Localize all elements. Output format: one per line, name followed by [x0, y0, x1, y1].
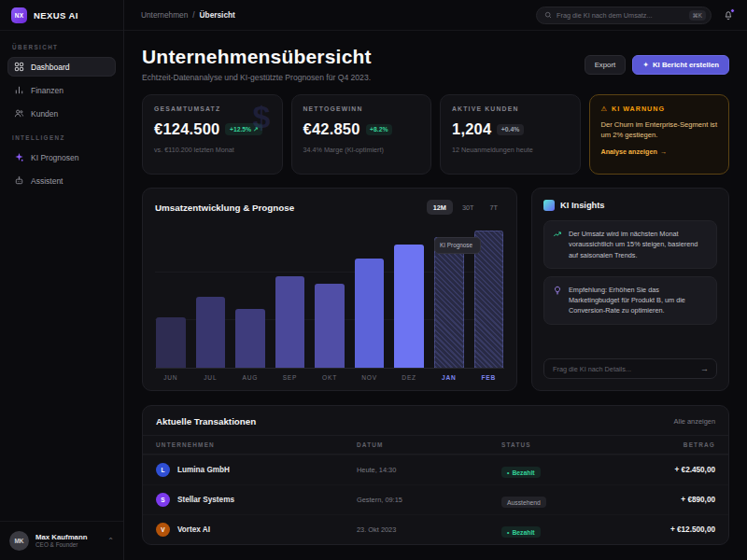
lightbulb-icon [553, 286, 562, 295]
breadcrumb-current: Übersicht [200, 10, 235, 20]
sidebar-item-label: Finanzen [31, 86, 63, 95]
x-axis-label: AUG [235, 374, 265, 381]
sidebar-item-assistent[interactable]: Assistent [7, 171, 116, 190]
app-name: NEXUS AI [34, 10, 78, 21]
company-avatar: V [156, 523, 170, 537]
keyboard-shortcut-badge: ⌘K [689, 10, 707, 21]
insight-item: Empfehlung: Erhöhen Sie das Marketingbud… [543, 276, 717, 325]
view-all-link[interactable]: Alle anzeigen [674, 417, 715, 426]
company-avatar: S [156, 493, 170, 507]
notifications-button[interactable] [723, 9, 734, 21]
user-name: Max Kaufmann [35, 533, 101, 542]
send-arrow-icon[interactable]: → [698, 364, 711, 373]
kpi-value: €124.500 [154, 120, 219, 138]
breadcrumb-separator: / [192, 10, 194, 20]
table-column-headers: UNTERNEHMEN DATUM STATUS BETRAG [143, 435, 728, 455]
trend-up-icon [553, 230, 562, 239]
user-role: CEO & Founder [35, 541, 101, 549]
transaction-amount: + €890,00 [655, 496, 715, 504]
sidebar-item-label: Kunden [31, 109, 58, 119]
sidebar-nav: ÜBERSICHT Dashboard Finanzen Kunden INTE… [0, 31, 123, 521]
insights-title: KI Insights [560, 201, 605, 210]
ki-insights-panel: KI Insights Der Umsatz wird im nächsten … [531, 188, 729, 391]
topbar: Unternehmen / Übersicht ⌘K [124, 0, 747, 31]
sidebar-item-dashboard[interactable]: Dashboard [7, 57, 116, 77]
dollar-icon: $ [253, 99, 271, 135]
revenue-bar[interactable] [315, 284, 345, 368]
x-axis-label: JUL [196, 374, 226, 381]
trend-badge: +8.2% [366, 124, 392, 135]
company-name: Stellar Systems [177, 496, 234, 504]
kpi-subtext: vs. €110.200 letzten Monat [154, 146, 271, 154]
bar-chart-icon [14, 85, 24, 95]
x-axis-label: SEP [275, 374, 305, 381]
kpi-card-gesamtumsatz: $ GESAMTUMSATZ €124.500 +12.5% ↗ vs. €11… [142, 94, 283, 175]
nav-section-uebersicht: ÜBERSICHT [12, 44, 111, 50]
sidebar-item-ki-prognosen[interactable]: KI Prognosen [7, 147, 116, 167]
ai-search-bar[interactable]: ⌘K [536, 7, 712, 24]
revenue-bar[interactable] [156, 317, 186, 368]
sidebar-item-kunden[interactable]: Kunden [7, 104, 116, 123]
nav-section-intelligenz: INTELLIGENZ [12, 134, 111, 141]
kpi-subtext: 34.4% Marge (KI-optimiert) [303, 146, 420, 154]
warning-text: Der Churn im Enterprise-Segment ist um 2… [601, 119, 718, 141]
revenue-bar[interactable] [275, 276, 305, 368]
breadcrumb-parent[interactable]: Unternehmen [141, 10, 188, 20]
page-title: Unternehmensübersicht [142, 46, 372, 68]
range-button-30t[interactable]: 30T [456, 200, 481, 215]
chevron-up-icon: ⌃ [107, 537, 114, 545]
ki-insights-icon [543, 200, 555, 211]
table-row[interactable]: V Vortex AI 23. Okt 2023 •Bezahlt + €12.… [143, 514, 728, 544]
revenue-bar[interactable] [355, 259, 385, 368]
transaction-amount: + €12.500,00 [655, 525, 715, 534]
table-row[interactable]: L Lumina GmbH Heute, 14:30 •Bezahlt + €2… [143, 455, 728, 484]
user-menu[interactable]: MK Max Kaufmann CEO & Founder ⌃ [0, 521, 123, 560]
export-button[interactable]: Export [585, 55, 627, 75]
company-name: Vortex AI [177, 525, 210, 534]
range-button-7t[interactable]: 7T [483, 200, 504, 215]
range-button-12m[interactable]: 12M [427, 200, 453, 215]
search-input[interactable] [557, 11, 684, 20]
forecast-bar[interactable] [434, 237, 464, 368]
sparkle-icon: ✦ [642, 61, 649, 69]
app-logo: NX NEXUS AI [0, 0, 123, 31]
transactions-card: Aktuelle Transaktionen Alle anzeigen UNT… [142, 405, 729, 545]
bar-column [156, 224, 186, 368]
table-row[interactable]: S Stellar Systems Gestern, 09:15 Aussteh… [143, 484, 728, 514]
analyse-anzeigen-link[interactable]: Analyse anzeigen → [601, 147, 668, 156]
sidebar-item-label: KI Prognosen [31, 153, 79, 162]
revenue-bar[interactable] [394, 245, 424, 368]
forecast-tooltip: KI Prognose [434, 237, 481, 254]
bar-column [315, 224, 345, 368]
insight-item: Der Umsatz wird im nächsten Monat voraus… [543, 220, 717, 269]
status-dot: • [507, 469, 509, 476]
sidebar-item-finanzen[interactable]: Finanzen [7, 80, 116, 100]
arrow-right-icon: → [660, 147, 667, 156]
revenue-bar[interactable] [196, 297, 226, 368]
search-icon [544, 11, 552, 19]
sidebar: NX NEXUS AI ÜBERSICHT Dashboard Finanzen… [0, 0, 124, 560]
bar-chart-labels: JUNJULAUGSEPOKTNOVDEZJANFEB [155, 369, 504, 381]
kpi-value: €42.850 [303, 120, 360, 138]
transaction-date: Heute, 14:30 [357, 466, 501, 474]
trend-badge: +0.4% [497, 124, 523, 135]
revenue-bar[interactable] [235, 309, 265, 368]
bot-icon [14, 175, 24, 186]
ask-ki-input-row: → [543, 358, 717, 379]
main-area: Unternehmen / Übersicht ⌘K Unternehmensü… [124, 0, 747, 560]
kpi-subtext: 12 Neuanmeldungen heute [452, 146, 569, 154]
transaction-date: 23. Okt 2023 [357, 525, 501, 534]
ask-ki-input[interactable] [553, 365, 698, 373]
bar-column: KI Prognose [434, 224, 464, 368]
sidebar-item-label: Dashboard [31, 63, 70, 72]
bar-column [355, 224, 385, 368]
ki-report-button[interactable]: ✦ KI Bericht erstellen [632, 55, 729, 75]
transaction-date: Gestern, 09:15 [357, 496, 501, 504]
bar-column [196, 224, 226, 368]
x-axis-label: JUN [156, 374, 186, 381]
sidebar-item-label: Assistent [31, 176, 63, 186]
bar-column [275, 224, 305, 368]
bar-chart-plot: KI Prognose [155, 224, 504, 369]
kpi-card-nettogewinn: NETTOGEWINN €42.850 +8.2% 34.4% Marge (K… [291, 94, 432, 175]
logo-badge: NX [11, 7, 27, 23]
